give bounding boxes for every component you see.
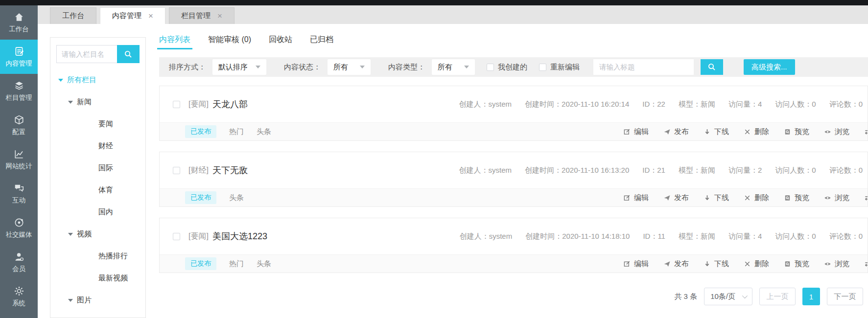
edit-action[interactable]: 编辑 (623, 193, 649, 203)
publish-action[interactable]: 发布 (663, 127, 689, 136)
sidebar-item-label: 栏目管理 (6, 93, 32, 102)
delete-icon (744, 128, 751, 136)
status-badge-published: 已发布 (185, 191, 216, 204)
page-number-button[interactable]: 1 (802, 288, 820, 305)
tree-item-pictures[interactable]: 图片 (56, 289, 140, 311)
row-id: ID：11 (643, 232, 665, 241)
preview-action[interactable]: 预览 (784, 259, 809, 269)
tab-smart-review[interactable]: 智能审核 (0) (208, 35, 251, 49)
window-tab-workbench[interactable]: 工作台 (50, 7, 96, 24)
sidebar-item-label: 配置 (12, 128, 25, 136)
filter-bar: 排序方式： 默认排序 内容状态： 所有 内容类型： 所有 我创建的 重新编辑 高… (159, 57, 868, 77)
window-tab-columns[interactable]: 栏目管理 × (169, 7, 235, 24)
tree-item-international[interactable]: 国际 (56, 157, 140, 179)
tab-content-list[interactable]: 内容列表 (159, 35, 190, 49)
row-creator: 创建人：system (460, 232, 513, 241)
row-visits: 访问量：2 (728, 166, 762, 175)
publish-action[interactable]: 发布 (663, 259, 689, 269)
tree-item-latest-video[interactable]: 最新视频 (56, 267, 140, 289)
column-tree-panel: 所有栏目 新闻 要闻 财经 国际 体育 国内 视频 热播排行 最新视频 图片 时… (50, 37, 146, 318)
browse-action[interactable]: 浏览 (824, 127, 849, 136)
checkbox-icon[interactable] (487, 64, 494, 71)
row-title[interactable]: 美国大选1223 (212, 230, 267, 242)
sidebar-item-system[interactable]: 系统 (0, 279, 38, 314)
tab-recycle-bin[interactable]: 回收站 (269, 35, 292, 49)
preview-action[interactable]: 预览 (784, 193, 809, 203)
checkbox-icon[interactable] (539, 64, 546, 71)
row-created-time: 创建时间：2020-11-10 16:20:14 (525, 100, 629, 109)
row-checkbox[interactable] (173, 233, 180, 240)
row-category: [要闻] (188, 99, 209, 110)
next-page-button[interactable]: 下一页 (827, 288, 863, 305)
row-checkbox[interactable] (173, 101, 180, 108)
total-count: 共 3 条 (674, 292, 697, 301)
type-select[interactable]: 所有 (432, 59, 475, 75)
row-model: 模型：新闻 (679, 232, 715, 241)
tree-item-hot-rank[interactable]: 热播排行 (56, 245, 140, 267)
preview-icon (784, 194, 791, 202)
re-edit-checkbox[interactable]: 重新编辑 (539, 63, 580, 72)
caret-down-icon[interactable] (68, 101, 73, 104)
window-tab-content[interactable]: 内容管理 × (100, 7, 165, 24)
preview-action[interactable]: 预览 (784, 127, 809, 136)
browse-action[interactable]: 浏览 (824, 193, 849, 203)
delete-action[interactable]: 删除 (744, 259, 769, 269)
advanced-search-button[interactable]: 高级搜索... (744, 59, 795, 75)
sidebar-item-content[interactable]: 内容管理 (0, 40, 38, 74)
tree-item-sports[interactable]: 体育 (56, 179, 140, 201)
tree-item-news[interactable]: 新闻 (56, 91, 140, 113)
window-tab-label: 栏目管理 (181, 11, 211, 21)
close-icon[interactable]: × (148, 12, 153, 20)
preview-icon (784, 260, 791, 268)
created-by-me-checkbox[interactable]: 我创建的 (487, 63, 527, 72)
delete-action[interactable]: 删除 (744, 193, 769, 203)
title-search-button[interactable] (701, 59, 723, 75)
sidebar-item-social[interactable]: 社交媒体 (0, 211, 38, 245)
tree-item-headlines[interactable]: 要闻 (56, 113, 140, 135)
tree-item-all-columns[interactable]: 所有栏目 (56, 69, 140, 91)
column-search-button[interactable] (117, 45, 140, 63)
row-checkbox[interactable] (173, 167, 180, 174)
caret-down-icon[interactable] (68, 299, 73, 302)
content-row: [要闻] 天龙八部 创建人：system 创建时间：2020-11-10 16:… (159, 86, 868, 141)
offline-action[interactable]: 下线 (704, 259, 729, 269)
delete-action[interactable]: 删除 (744, 127, 769, 136)
move-icon (864, 128, 868, 136)
home-icon (14, 12, 24, 23)
edit-action[interactable]: 编辑 (623, 259, 649, 269)
offline-action[interactable]: 下线 (704, 127, 729, 136)
sidebar-item-stats[interactable]: 网站统计 (0, 142, 38, 177)
sidebar-item-config[interactable]: 配置 (0, 108, 38, 142)
tree-item-video[interactable]: 视频 (56, 223, 140, 245)
close-icon[interactable]: × (217, 12, 222, 20)
row-title[interactable]: 天下无敌 (212, 164, 248, 176)
sidebar-item-columns[interactable]: 栏目管理 (0, 74, 38, 108)
sidebar-item-members[interactable]: 会员 (0, 245, 38, 279)
tab-archived[interactable]: 已归档 (310, 35, 333, 49)
edit-action[interactable]: 编辑 (623, 127, 649, 136)
move-action[interactable]: 移 (864, 193, 868, 203)
move-action[interactable]: 移 (864, 127, 868, 136)
publish-action[interactable]: 发布 (663, 193, 689, 203)
prev-page-button[interactable]: 上一页 (759, 288, 796, 305)
tree-item-current-events[interactable]: 时事速递 (56, 311, 140, 318)
sidebar-item-interact[interactable]: 互动 (0, 177, 38, 211)
tree-item-domestic[interactable]: 国内 (56, 201, 140, 223)
tree-item-finance[interactable]: 财经 (56, 135, 140, 157)
status-select[interactable]: 所有 (328, 59, 371, 75)
row-title[interactable]: 天龙八部 (212, 98, 248, 110)
sort-select[interactable]: 默认排序 (212, 59, 266, 75)
column-search-input[interactable] (56, 45, 117, 63)
offline-action[interactable]: 下线 (704, 193, 729, 203)
title-search-input[interactable] (593, 59, 694, 75)
status-badge-published: 已发布 (185, 257, 216, 270)
browse-action[interactable]: 浏览 (824, 259, 849, 269)
row-creator: 创建人：system (459, 166, 512, 175)
caret-down-icon[interactable] (68, 233, 73, 236)
tag-hot: 热门 (229, 127, 244, 136)
caret-down-icon[interactable] (58, 79, 63, 82)
page-size-select[interactable]: 10条/页 (704, 288, 752, 305)
sidebar-item-workbench[interactable]: 工作台 (0, 5, 38, 40)
row-model: 模型：新闻 (679, 166, 715, 175)
move-action[interactable]: 移 (864, 259, 868, 269)
